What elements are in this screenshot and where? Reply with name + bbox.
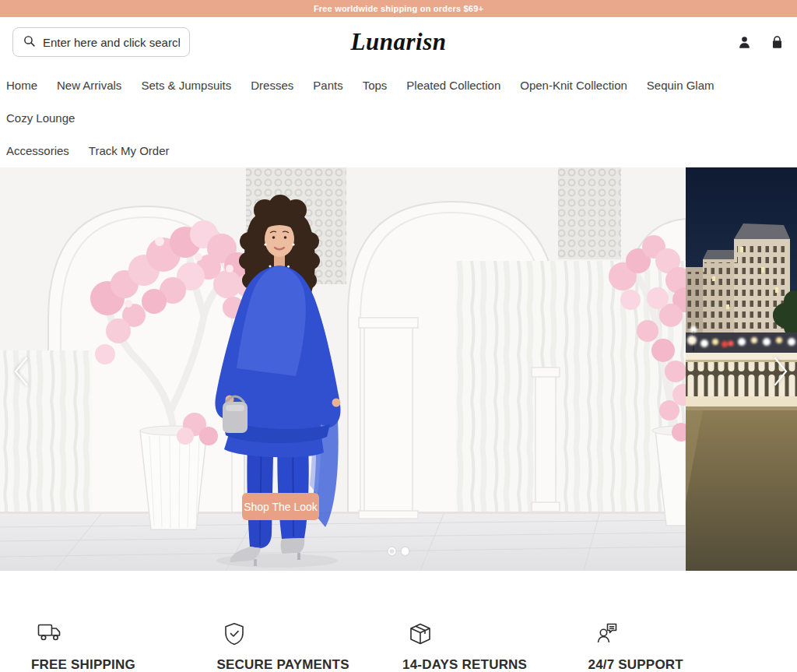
hero-slide-current <box>0 167 686 571</box>
site-header: Lunarisn <box>0 17 797 67</box>
feature-title: SECURE PAYMENTS <box>217 657 403 672</box>
nav-row-1: Home New Arrivals Sets & Jumpsuits Dress… <box>6 69 797 135</box>
search-box[interactable] <box>12 27 190 57</box>
nav-item-accessories[interactable]: Accessories <box>6 135 69 167</box>
announcement-text: Free worldwide shipping on orders $69+ <box>314 4 483 13</box>
feature-support: 24/7 SUPPORT Live chat <box>588 622 774 672</box>
account-icon[interactable] <box>737 35 752 50</box>
nav-item-open-knit-collection[interactable]: Open-Knit Collection <box>520 69 627 102</box>
shield-check-icon <box>223 622 403 646</box>
nav-item-pleated-collection[interactable]: Pleated Collection <box>406 69 500 102</box>
hero-image-fashion-scene <box>0 167 686 571</box>
nav-item-home[interactable]: Home <box>6 69 37 102</box>
feature-title: 14-DAYS RETURNS <box>402 657 588 672</box>
feature-free-shipping: FREE SHIPPING Orders $69+ <box>31 622 217 672</box>
carousel-dot-2[interactable] <box>402 547 409 555</box>
search-icon <box>23 34 36 51</box>
main-nav: Home New Arrivals Sets & Jumpsuits Dress… <box>0 67 797 167</box>
carousel-dot-1[interactable] <box>388 547 396 555</box>
announcement-banner: Free worldwide shipping on orders $69+ <box>0 0 797 17</box>
nav-item-dresses[interactable]: Dresses <box>251 69 293 102</box>
feature-secure-payments: SECURE PAYMENTS PayPal / Cards <box>217 622 403 672</box>
truck-icon <box>37 622 217 646</box>
feature-title: 24/7 SUPPORT <box>588 657 774 672</box>
features-strip: FREE SHIPPING Orders $69+ SECURE PAYMENT… <box>0 571 797 672</box>
carousel-dots <box>388 547 409 555</box>
nav-item-new-arrivals[interactable]: New Arrivals <box>57 69 121 102</box>
site-logo[interactable]: Lunarisn <box>351 28 447 56</box>
chevron-right-icon[interactable] <box>771 354 791 389</box>
nav-item-sets-jumpsuits[interactable]: Sets & Jumpsuits <box>141 69 231 102</box>
chevron-left-icon[interactable] <box>11 354 31 389</box>
nav-item-track-my-order[interactable]: Track My Order <box>89 135 170 167</box>
nav-item-pants[interactable]: Pants <box>313 69 342 102</box>
hero-carousel: Shop The Look <box>0 167 797 571</box>
chat-support-icon <box>595 622 774 646</box>
shop-the-look-button[interactable]: Shop The Look <box>242 493 319 520</box>
search-input[interactable] <box>43 36 180 49</box>
feature-title: FREE SHIPPING <box>31 657 217 672</box>
header-icons <box>737 35 785 50</box>
nav-item-tops[interactable]: Tops <box>363 69 388 102</box>
package-icon <box>409 622 588 646</box>
nav-item-sequin-glam[interactable]: Sequin Glam <box>647 69 714 102</box>
nav-row-2: Accessories Track My Order <box>6 135 797 167</box>
nav-item-cozy-lounge[interactable]: Cozy Lounge <box>6 102 75 135</box>
feature-returns: 14-DAYS RETURNS Easy returns <box>402 622 588 672</box>
bag-icon[interactable] <box>770 35 785 50</box>
